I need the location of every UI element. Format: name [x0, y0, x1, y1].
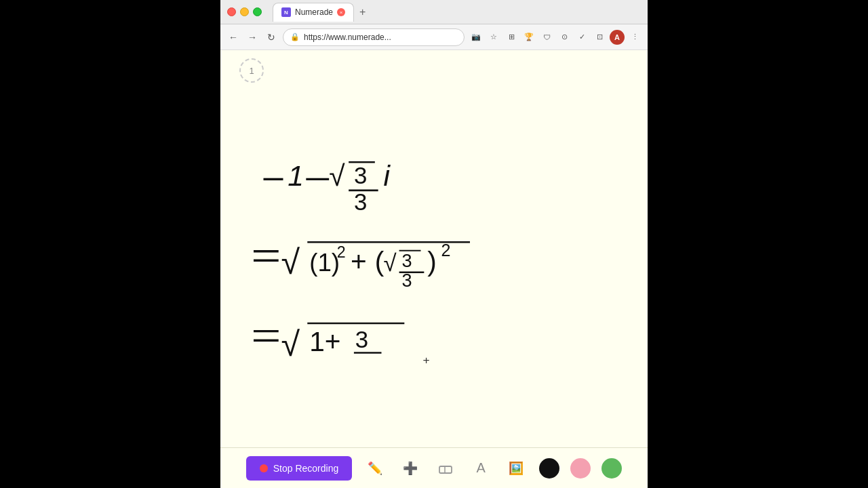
browser-window: N Numerade × + ← → ↻ 🔒 https://www.numer… [220, 0, 648, 488]
svg-text:i: i [383, 159, 391, 192]
stop-recording-button[interactable]: Stop Recording [246, 456, 353, 481]
active-tab[interactable]: N Numerade × [273, 3, 354, 22]
title-bar: N Numerade × + [220, 0, 648, 24]
url-text: https://www.numerade... [304, 33, 391, 42]
svg-text:√: √ [281, 325, 300, 363]
address-bar: ← → ↻ 🔒 https://www.numerade... 📷 ☆ ⊞ 🏆 … [220, 24, 648, 50]
add-tool[interactable]: ➕ [398, 456, 422, 481]
color-pink[interactable] [570, 458, 591, 479]
tab-title: Numerade [295, 7, 333, 17]
svg-text:3: 3 [401, 270, 412, 291]
svg-text:√: √ [329, 159, 345, 192]
canvas-area[interactable]: 1 1 √ 3 3 i [220, 50, 648, 447]
bookmark-icon[interactable]: ☆ [486, 30, 501, 45]
svg-text:1+: 1+ [309, 326, 340, 357]
svg-text:+: + [351, 246, 367, 277]
menu-icon[interactable]: ⋮ [627, 30, 642, 45]
math-content: 1 √ 3 3 i √ [234, 87, 627, 365]
browser-toolbar: 📷 ☆ ⊞ 🏆 🛡 ⊙ ✓ ⊡ A ⋮ [469, 30, 642, 45]
color-black[interactable] [539, 458, 559, 479]
svg-text:3: 3 [401, 251, 412, 271]
lock-icon: 🔒 [290, 33, 300, 41]
tab-favicon: N [281, 7, 291, 17]
recording-indicator [260, 464, 268, 472]
close-button[interactable] [227, 7, 236, 16]
forward-button[interactable]: → [245, 30, 260, 45]
svg-text:2: 2 [337, 243, 346, 261]
trophy-icon[interactable]: 🏆 [521, 30, 536, 45]
traffic-lights [227, 7, 262, 16]
svg-text:3: 3 [354, 188, 367, 215]
color-green[interactable] [601, 458, 622, 479]
svg-text:1: 1 [288, 159, 304, 192]
tab-close-button[interactable]: × [337, 8, 345, 16]
left-black-bar [0, 0, 220, 488]
svg-text:√: √ [383, 249, 397, 276]
svg-text:2: 2 [441, 241, 450, 260]
back-button[interactable]: ← [226, 30, 241, 45]
svg-text:√: √ [281, 243, 300, 281]
pencil-tool[interactable]: ✏️ [363, 456, 387, 481]
right-black-bar [648, 0, 868, 488]
svg-text:): ) [427, 246, 437, 277]
svg-text:3: 3 [355, 326, 368, 352]
tab-bar: N Numerade × + [273, 3, 641, 22]
maximize-button[interactable] [253, 7, 262, 16]
url-bar[interactable]: 🔒 https://www.numerade... [283, 28, 465, 46]
refresh-button[interactable]: ↻ [264, 30, 279, 45]
user-avatar[interactable]: A [610, 30, 625, 45]
stop-recording-label: Stop Recording [273, 463, 339, 474]
screen-icon[interactable]: ⊡ [592, 30, 607, 45]
shield-icon[interactable]: 🛡 [539, 30, 554, 45]
extensions-icon[interactable]: ⊞ [504, 30, 519, 45]
svg-text:(1): (1) [309, 249, 340, 277]
eraser-tool[interactable] [433, 456, 458, 481]
svg-text:3: 3 [354, 162, 367, 188]
image-tool[interactable]: 🖼️ [504, 456, 528, 481]
minimize-button[interactable] [240, 7, 249, 16]
svg-text:+: + [422, 353, 429, 365]
new-tab-button[interactable]: + [357, 6, 368, 18]
circle-icon[interactable]: ⊙ [557, 30, 572, 45]
bottom-toolbar: Stop Recording ✏️ ➕ A 🖼️ [220, 447, 648, 488]
page-number: 1 [239, 58, 264, 83]
camera-icon[interactable]: 📷 [469, 30, 484, 45]
svg-rect-32 [439, 466, 452, 473]
text-tool[interactable]: A [469, 456, 493, 481]
check-icon[interactable]: ✓ [574, 30, 589, 45]
